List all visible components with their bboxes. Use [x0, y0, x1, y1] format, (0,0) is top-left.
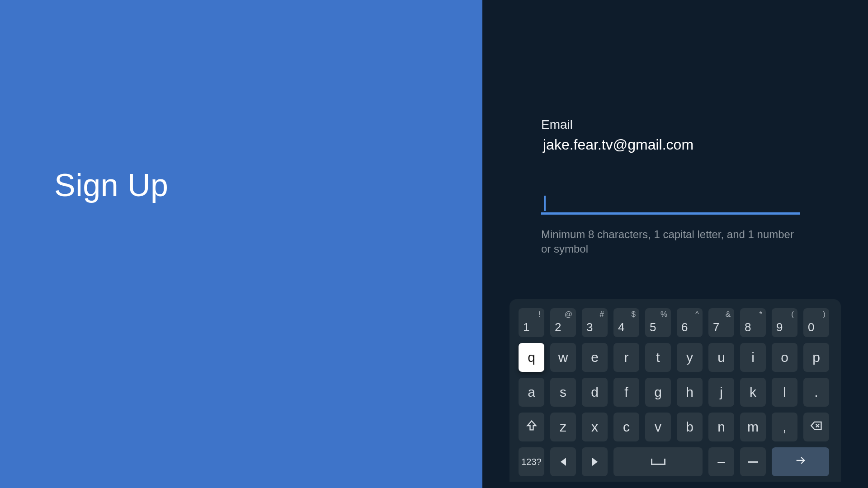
key-c[interactable]: c — [613, 413, 639, 441]
password-helper-text: Minimum 8 characters, 1 capital letter, … — [541, 227, 794, 257]
key-label: m — [747, 419, 759, 435]
key-m[interactable]: m — [740, 413, 766, 441]
left-hero-panel: Sign Up — [0, 0, 482, 488]
key-5[interactable]: %5 — [645, 308, 671, 337]
enter-key[interactable] — [772, 447, 829, 476]
key-label: l — [783, 385, 786, 400]
key-label: e — [591, 350, 599, 365]
key-sup-label: ^ — [695, 310, 699, 319]
signup-form: Email jake.fear.tv@gmail.com Minimum 8 c… — [541, 117, 803, 257]
shift-key[interactable] — [519, 413, 544, 441]
key-label: p — [812, 350, 820, 365]
space-icon — [651, 459, 665, 465]
key-f[interactable]: f — [613, 378, 639, 407]
key-a[interactable]: a — [519, 378, 544, 407]
key-w[interactable]: w — [550, 343, 576, 372]
key-v[interactable]: v — [645, 413, 671, 441]
key-z[interactable]: z — [550, 413, 576, 441]
key-l[interactable]: l — [772, 378, 797, 407]
key-s[interactable]: s — [550, 378, 576, 407]
key-6[interactable]: ^6 — [677, 308, 703, 337]
backspace-key[interactable] — [803, 413, 829, 441]
key-k[interactable]: k — [740, 378, 766, 407]
email-value[interactable]: jake.fear.tv@gmail.com — [541, 136, 803, 153]
underscore-icon — [748, 461, 758, 463]
key-9[interactable]: (9 — [772, 308, 797, 337]
keyboard-row-3: zxcvbnm, — [519, 413, 832, 441]
key-label: . — [814, 385, 818, 400]
key-2[interactable]: @2 — [550, 308, 576, 337]
key-sup-label: * — [759, 310, 762, 319]
key-g[interactable]: g — [645, 378, 671, 407]
dash-key-label: – — [717, 454, 725, 469]
key-i[interactable]: i — [740, 343, 766, 372]
caret-right-icon — [592, 458, 598, 466]
caret-left-icon — [561, 458, 566, 466]
key-label: o — [781, 350, 788, 365]
caret-left-key[interactable] — [550, 447, 576, 476]
backspace-icon — [810, 419, 823, 435]
caret-right-key[interactable] — [582, 447, 608, 476]
key-sup-label: ( — [791, 310, 794, 319]
key-b[interactable]: b — [677, 413, 703, 441]
mode-switch-key[interactable]: 123? — [519, 447, 544, 476]
keyboard-row-2: asdfghjkl. — [519, 378, 832, 407]
key-label: y — [686, 350, 693, 365]
dash-key[interactable]: – — [708, 447, 734, 476]
key-label: h — [686, 385, 693, 400]
key-y[interactable]: y — [677, 343, 703, 372]
page-title: Sign Up — [54, 167, 169, 203]
key-sup-label: # — [600, 310, 604, 319]
key-label: b — [686, 419, 693, 435]
key-r[interactable]: r — [613, 343, 639, 372]
screen: Sign Up Email jake.fear.tv@gmail.com Min… — [0, 0, 868, 488]
key-label: x — [591, 419, 598, 435]
key-h[interactable]: h — [677, 378, 703, 407]
key-8[interactable]: *8 — [740, 308, 766, 337]
key-main-label: 3 — [586, 320, 593, 334]
key-label: f — [624, 385, 628, 400]
key-sup-label: ! — [538, 310, 541, 319]
password-input[interactable] — [541, 195, 800, 215]
key-d[interactable]: d — [582, 378, 608, 407]
keyboard-row-numbers: !1@2#3$4%5^6&7*8(9)0 — [519, 308, 832, 337]
key-label: u — [717, 350, 725, 365]
key-n[interactable]: n — [708, 413, 734, 441]
underscore-key[interactable] — [740, 447, 766, 476]
key-label: n — [717, 419, 725, 435]
keyboard-row-1: qwertyuiop — [519, 343, 832, 372]
key-0[interactable]: )0 — [803, 308, 829, 337]
key-7[interactable]: &7 — [708, 308, 734, 337]
keyboard-row-4: 123? – — [519, 447, 832, 476]
key-sup-label: & — [726, 310, 731, 319]
key-x[interactable]: x — [582, 413, 608, 441]
key-4[interactable]: $4 — [613, 308, 639, 337]
space-key[interactable] — [613, 447, 703, 476]
key-e[interactable]: e — [582, 343, 608, 372]
key-main-label: 0 — [808, 320, 814, 334]
key-main-label: 9 — [776, 320, 783, 334]
key-t[interactable]: t — [645, 343, 671, 372]
key-main-label: 2 — [555, 320, 561, 334]
key-label: , — [783, 419, 786, 435]
key-q[interactable]: q — [519, 343, 544, 372]
key-label: r — [624, 350, 629, 365]
text-cursor — [544, 196, 546, 211]
key-j[interactable]: j — [708, 378, 734, 407]
key-main-label: 6 — [681, 320, 688, 334]
right-form-panel: Email jake.fear.tv@gmail.com Minimum 8 c… — [482, 0, 868, 488]
key-label: c — [623, 419, 630, 435]
key-1[interactable]: !1 — [519, 308, 544, 337]
key-p[interactable]: p — [803, 343, 829, 372]
key-u[interactable]: u — [708, 343, 734, 372]
key-.[interactable]: . — [803, 378, 829, 407]
key-3[interactable]: #3 — [582, 308, 608, 337]
key-label: k — [750, 385, 756, 400]
key-,[interactable]: , — [772, 413, 797, 441]
key-label: j — [720, 385, 723, 400]
key-label: w — [558, 350, 568, 365]
key-label: g — [654, 385, 662, 400]
key-sup-label: ) — [823, 310, 826, 319]
mode-switch-label: 123? — [521, 457, 542, 467]
key-o[interactable]: o — [772, 343, 797, 372]
